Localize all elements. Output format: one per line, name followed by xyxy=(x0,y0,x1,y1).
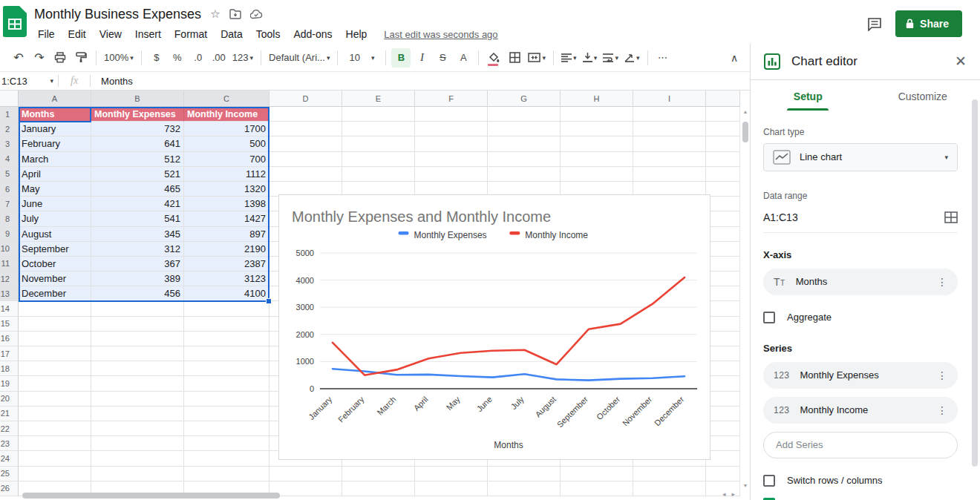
cell[interactable] xyxy=(415,467,488,481)
series-item[interactable]: 123Monthly Expenses⋮ xyxy=(763,362,958,389)
cell[interactable]: January xyxy=(19,122,91,136)
cell[interactable] xyxy=(19,436,91,451)
text-rotation-select[interactable]: ▾ xyxy=(622,48,642,68)
font-select[interactable]: Default (Ari... ▾ xyxy=(267,48,332,68)
cell[interactable] xyxy=(633,107,706,122)
vertical-align-select[interactable]: ▾ xyxy=(580,48,599,68)
menu-format[interactable]: Format xyxy=(168,27,214,42)
col-header-E[interactable]: E xyxy=(342,91,415,107)
cell[interactable] xyxy=(270,107,342,122)
cell[interactable] xyxy=(184,392,270,407)
cell[interactable] xyxy=(270,467,342,481)
cell[interactable] xyxy=(270,122,342,136)
cell[interactable]: 465 xyxy=(91,182,184,197)
x-axis-item[interactable]: TT Months ⋮ xyxy=(763,269,958,295)
cell[interactable] xyxy=(633,467,706,481)
cell[interactable] xyxy=(184,421,270,436)
row-header-19[interactable]: 19 xyxy=(0,376,19,391)
cell[interactable] xyxy=(706,361,740,376)
cell[interactable] xyxy=(706,467,740,481)
row-header-3[interactable]: 3 xyxy=(0,136,19,151)
cell[interactable]: 389 xyxy=(91,272,184,286)
row-header-5[interactable]: 5 xyxy=(0,167,19,182)
cell[interactable] xyxy=(706,301,740,316)
horizontal-scrollbar[interactable]: ◂ ▸ xyxy=(0,490,739,500)
cell[interactable] xyxy=(342,122,415,136)
cell[interactable] xyxy=(706,197,740,211)
cell[interactable] xyxy=(19,421,91,436)
col-header-D[interactable]: D xyxy=(270,91,342,107)
cell[interactable] xyxy=(415,136,488,151)
row-header-11[interactable]: 11 xyxy=(0,257,19,272)
row-header-25[interactable]: 25 xyxy=(0,467,19,481)
cell[interactable] xyxy=(184,451,270,466)
horizontal-scroll-thumb[interactable] xyxy=(22,493,280,499)
cell[interactable]: 345 xyxy=(91,227,184,242)
series-item[interactable]: 123Monthly Income⋮ xyxy=(763,397,958,424)
data-range-input[interactable]: A1:C13 xyxy=(763,211,944,223)
cell[interactable] xyxy=(706,182,740,197)
cell[interactable] xyxy=(561,467,633,481)
row-header-13[interactable]: 13 xyxy=(0,286,19,301)
star-icon[interactable]: ☆ xyxy=(210,7,220,21)
cell[interactable] xyxy=(415,167,488,182)
cell[interactable] xyxy=(633,167,706,182)
zoom-select[interactable]: 100% ▾ xyxy=(102,48,136,68)
print-button[interactable] xyxy=(50,48,70,68)
cell[interactable] xyxy=(184,376,270,391)
text-color-button[interactable]: A xyxy=(454,48,473,68)
cell[interactable] xyxy=(488,467,561,481)
cell[interactable] xyxy=(19,332,91,346)
cell[interactable]: 1320 xyxy=(184,182,270,197)
cell[interactable] xyxy=(488,136,561,151)
sheets-logo-icon[interactable] xyxy=(3,6,27,37)
row-header-15[interactable]: 15 xyxy=(0,317,19,332)
tab-customize[interactable]: Customize xyxy=(866,80,980,114)
cell[interactable] xyxy=(706,376,740,391)
cell[interactable] xyxy=(184,317,270,332)
cell[interactable] xyxy=(19,407,91,421)
panel-scroll-thumb[interactable] xyxy=(972,99,978,467)
formula-input[interactable]: Months xyxy=(91,76,133,87)
row-header-9[interactable]: 9 xyxy=(0,227,19,242)
scroll-up-icon[interactable]: ▲ xyxy=(740,109,750,114)
row-header-8[interactable]: 8 xyxy=(0,211,19,226)
cell[interactable]: 512 xyxy=(91,152,184,167)
cell[interactable] xyxy=(633,136,706,151)
cell[interactable] xyxy=(561,152,633,167)
cell[interactable] xyxy=(706,211,740,226)
vertical-scrollbar[interactable]: ▲ ▼ xyxy=(739,107,750,490)
kebab-icon[interactable]: ⋮ xyxy=(934,369,950,381)
row-header-16[interactable]: 16 xyxy=(0,332,19,346)
row-header-2[interactable]: 2 xyxy=(0,122,19,136)
cell[interactable] xyxy=(184,436,270,451)
cell[interactable] xyxy=(706,392,740,407)
cell[interactable] xyxy=(91,467,184,481)
undo-button[interactable]: ↶ xyxy=(9,48,28,68)
cell[interactable] xyxy=(19,451,91,466)
borders-button[interactable] xyxy=(505,48,524,68)
kebab-icon[interactable]: ⋮ xyxy=(934,276,950,288)
cell[interactable] xyxy=(19,346,91,361)
cell[interactable]: April xyxy=(19,167,91,182)
cell[interactable] xyxy=(706,242,740,257)
cell[interactable]: July xyxy=(19,211,91,226)
cell[interactable] xyxy=(19,392,91,407)
format-percent-button[interactable]: % xyxy=(168,48,187,68)
cell[interactable]: Monthly Income xyxy=(184,107,270,122)
cell[interactable] xyxy=(19,376,91,391)
cell[interactable] xyxy=(184,346,270,361)
cell[interactable]: 3123 xyxy=(184,272,270,286)
cell[interactable] xyxy=(91,332,184,346)
cell[interactable] xyxy=(342,467,415,481)
cell[interactable] xyxy=(706,227,740,242)
add-series-button[interactable]: Add Series xyxy=(763,432,958,458)
cell[interactable]: Monthly Expenses xyxy=(91,107,184,122)
cell[interactable] xyxy=(706,332,740,346)
cell[interactable]: May xyxy=(19,182,91,197)
row-header-24[interactable]: 24 xyxy=(0,451,19,466)
col-header-A[interactable]: A xyxy=(19,91,91,107)
row-header-12[interactable]: 12 xyxy=(0,272,19,286)
cell[interactable]: Months xyxy=(19,107,91,122)
col-header-H[interactable]: H xyxy=(561,91,633,107)
